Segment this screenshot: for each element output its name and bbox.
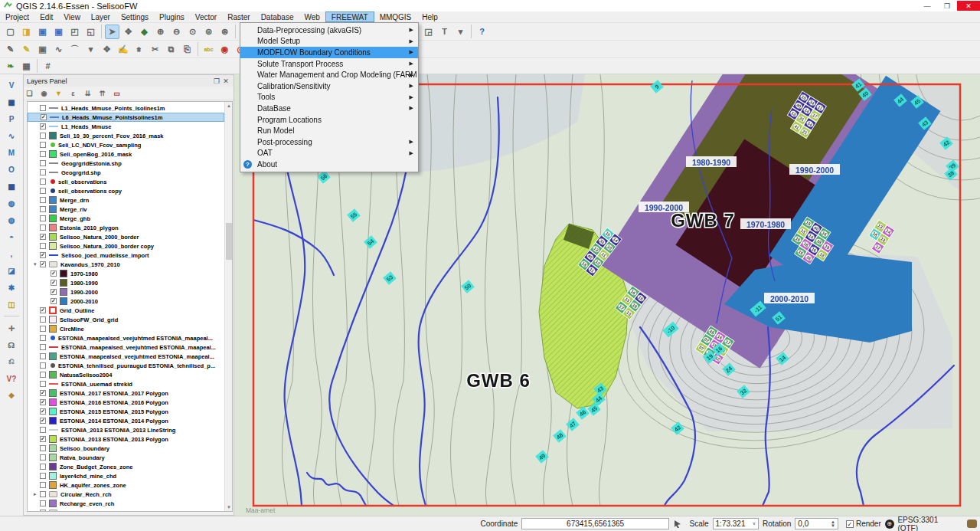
layer-item-recharge-layer1-rch[interactable]: ▸Recharge_Layer1_rch [28,508,224,512]
scale-combobox[interactable]: 1:73.321∨ [713,518,760,529]
paste-features-icon[interactable]: ⎘ [180,42,194,57]
zoom-out-icon[interactable]: ⊖ [169,25,184,39]
add-wms-layer-icon[interactable]: ◍ [5,196,18,210]
layer-item-merge-ghb[interactable]: Merge_ghb [28,214,224,223]
layer-item-geogrgrid-shp[interactable]: Geogrgrid.shp [28,168,224,177]
render-checkbox[interactable]: ✓ Render [846,520,881,528]
new-project-icon[interactable]: ▢ [3,25,18,39]
collapse-all-icon[interactable]: ⇈ [96,87,108,99]
menu-edit[interactable]: Edit [34,11,58,22]
layer-visibility-checkbox[interactable] [40,179,46,185]
layer-visibility-checkbox[interactable]: ✓ [40,252,46,258]
help-contents-icon[interactable]: ? [475,25,489,39]
layer-item-estonia-2016-estonia-2016-polygon[interactable]: ✓ESTONIA_2016 ESTONIA_2016 Polygon [28,398,224,407]
layer-visibility-checkbox[interactable] [40,372,46,378]
remove-layer-icon[interactable]: ▭ [111,87,122,99]
mouse-position-icon[interactable] [672,519,683,529]
save-project-as-icon[interactable]: ▣ [51,25,66,39]
layer-item-recharge-even-rch[interactable]: Recharge_even_rch [28,499,224,508]
layer-visibility-checkbox[interactable]: ✓ [41,114,47,120]
freewat-menu-item-water-management-and-crop-modeling-farm-process-[interactable]: Water Management and Crop Modeling (FARM… [240,69,418,80]
float-panel-icon[interactable]: ❐ [212,77,221,85]
layer-visibility-checkbox[interactable] [40,151,46,157]
layer-item-estonia-maapealsed-veejuhtmed-estonia-ma[interactable]: ESTONIA_maapealsed_veejuhtmed ESTONIA_ma… [28,352,224,361]
layer-item-grid-outline[interactable]: ✓Grid_Outline [28,306,224,315]
group-expander-icon[interactable]: ▸ [34,510,40,512]
node-tool-icon[interactable]: ✍ [116,42,130,57]
filter-expression-icon[interactable]: ε [67,87,79,99]
layer-visibility-checkbox[interactable] [40,510,46,512]
layer-visibility-checkbox[interactable] [40,142,46,148]
scrollbar-thumb[interactable] [226,223,232,260]
layer-labeling-icon[interactable]: abc [201,42,216,57]
menu-freewat[interactable]: FREEWAT [325,11,374,22]
save-project-icon[interactable]: ▣ [35,25,50,39]
layer-item-circmine[interactable]: CircMine [28,324,224,333]
coordinate-input[interactable]: 673415,6561365 [521,518,669,529]
query-builder-icon[interactable]: V? [5,372,18,385]
menu-layer[interactable]: Layer [86,11,116,22]
text-annotation-icon[interactable]: T [437,25,452,39]
layer-item-seli-observations-copy[interactable]: seli_observations copy [28,186,224,195]
layer-item-seli-lc-ndvi-fcov-sampling[interactable]: Seli_LC_NDVI_Fcov_sampling [28,140,224,149]
crs-text[interactable]: EPSG:3301 (OTF) [897,516,959,531]
layer-item-2000-2010[interactable]: ✓2000-2010 [28,297,224,306]
composer-grid-icon[interactable]: ▦ [19,59,34,74]
layer-item-estonia-2013-estonia-2013-polygon[interactable]: ✓ESTONIA_2013 ESTONIA_2013 Polygon [28,434,224,444]
layers-panel-header[interactable]: Layers Panel ❐ ✕ [24,75,234,87]
pan-map-icon[interactable]: ✥ [121,25,136,39]
freewat-menu-item-tools[interactable]: Tools▶ [240,92,418,103]
menu-web[interactable]: Web [299,11,325,22]
cut-features-icon[interactable]: ✂ [148,42,162,57]
add-mssql-layer-icon[interactable]: M [5,146,18,159]
scroll-down-icon[interactable]: ▼ [225,503,233,511]
layer-visibility-checkbox[interactable] [40,482,46,488]
title-bar[interactable]: QGIS 2.14.6-Essen - SelisooFW — ❐ ✕ [0,0,980,11]
add-db2-layer-icon[interactable]: ▩ [5,179,18,193]
zoom-full-icon[interactable]: ⊛ [217,25,232,39]
layer-item-zone-budget-zones-zone[interactable]: Zone_Budget_Zones_zone [28,462,224,471]
layer-visibility-checkbox[interactable]: ✓ [40,307,46,313]
menu-mmqgis[interactable]: MMQGIS [374,11,417,22]
layer-visibility-checkbox[interactable] [40,454,46,461]
layer-visibility-checkbox[interactable]: ✓ [40,408,46,415]
layer-visibility-checkbox[interactable] [40,326,46,332]
gps-tools-icon[interactable]: ☊ [5,338,18,352]
layer-visibility-checkbox[interactable] [40,188,46,194]
layer-visibility-checkbox[interactable] [40,169,46,175]
add-postgis-layer-icon[interactable]: P [5,112,18,126]
layer-item-l1-heads-mmuse-points-isolines1m[interactable]: L1_Heads_Mmuse_Points_Isolines1m [28,103,224,113]
layer-visibility-checkbox[interactable] [40,316,46,323]
layer-visibility-checkbox[interactable] [40,160,46,166]
toggle-editing-icon[interactable]: ✎ [19,42,34,57]
layer-item-l1-heads-mmuse[interactable]: ✓L1_Heads_Mmuse [28,122,224,131]
layer-visibility-checkbox[interactable] [40,427,46,433]
map-themes-icon[interactable]: ❧ [3,59,18,74]
layer-visibility-checkbox[interactable] [40,206,46,212]
layer-diagram-icon[interactable]: ◉ [217,42,232,57]
layer-item-seli-10-30-percent-fcov-2016-mask[interactable]: Seli_10_30_percent_Fcov_2016_mask [28,131,224,140]
new-shapefile-layer-icon[interactable]: ✱ [5,280,18,294]
add-vector-layer-icon[interactable]: V [5,78,18,92]
layer-visibility-checkbox[interactable] [40,445,46,451]
freewat-menu-item-calibration-sensitivity[interactable]: Calibration/Sensitivity▶ [240,80,418,92]
layer-visibility-checkbox[interactable] [40,473,46,479]
menu-view[interactable]: View [58,11,86,22]
layer-item-merge-drn[interactable]: Merge_drn [28,195,224,205]
manage-visibility-icon[interactable]: ◉ [38,87,50,99]
minimize-button[interactable]: — [917,1,937,11]
layer-visibility-checkbox[interactable]: ✓ [40,436,46,442]
layer-visibility-checkbox[interactable] [40,197,46,203]
menu-settings[interactable]: Settings [116,11,154,22]
node-curve-icon[interactable]: ⌒ [67,42,82,57]
zoom-next-icon[interactable]: ⊚ [201,25,216,39]
layer-visibility-checkbox[interactable] [40,491,46,497]
layer-visibility-checkbox[interactable]: ✓ [40,123,46,129]
layer-visibility-checkbox[interactable]: ✓ [40,261,46,267]
layer-visibility-checkbox[interactable]: ✓ [40,418,46,424]
layer-visibility-checkbox[interactable]: ✓ [51,280,57,286]
menu-project[interactable]: Project [0,11,34,22]
layer-item-1980-1990[interactable]: ✓1980-1990 [28,278,224,287]
layer-visibility-checkbox[interactable] [40,105,46,111]
layer-item-selisoo-joed-mudelisse-import[interactable]: ✓Selisoo_joed_mudelisse_import [28,251,224,260]
